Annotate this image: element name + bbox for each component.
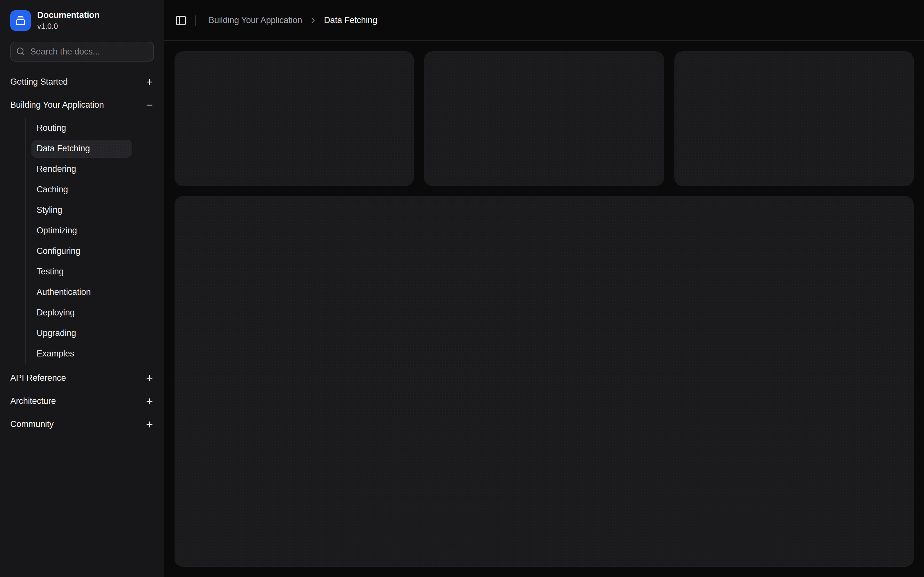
sidebar-link[interactable]: Upgrading — [31, 324, 132, 342]
search-box — [10, 42, 154, 61]
sidebar-link[interactable]: Testing — [31, 263, 132, 281]
sidebar-nav: Getting Started Building Your Applicatio… — [0, 61, 164, 577]
sidebar-section-architecture[interactable]: Architecture — [10, 391, 154, 412]
placeholder-card — [425, 51, 664, 186]
plus-icon — [145, 77, 154, 87]
sidebar-item-routing: Routing — [31, 118, 132, 139]
section-label: Getting Started — [10, 77, 68, 87]
sidebar-item-testing: Testing — [31, 261, 132, 282]
sidebar-link[interactable]: Optimizing — [31, 222, 132, 240]
search-input[interactable] — [10, 42, 154, 61]
placeholder-card — [674, 51, 914, 186]
sidebar-item-examples: Examples — [31, 343, 132, 364]
sidebar-toggle-button[interactable] — [172, 11, 190, 29]
sidebar-item-deploying: Deploying — [31, 303, 132, 323]
app-version: v1.0.0 — [37, 22, 99, 31]
sidebar-item-styling: Styling — [31, 200, 132, 221]
sidebar-link[interactable]: Examples — [31, 345, 132, 363]
sidebar-header: Documentation v1.0.0 — [0, 0, 164, 61]
placeholder-card-large — [174, 196, 914, 567]
sidebar-item-rendering: Rendering — [31, 159, 132, 179]
submenu-building-your-application: Routing Data Fetching Rendering Caching … — [25, 118, 132, 364]
placeholder-cards-row — [174, 51, 914, 186]
sidebar-section-community[interactable]: Community — [10, 414, 154, 435]
sidebar-item-configuring: Configuring — [31, 241, 132, 261]
sidebar-link[interactable]: Caching — [31, 181, 132, 199]
app-title: Documentation — [37, 10, 99, 21]
chevron-right-icon — [309, 16, 318, 25]
plus-icon — [145, 420, 154, 429]
header-divider — [195, 15, 196, 25]
minus-icon — [145, 101, 154, 110]
sidebar-item-data-fetching: Data Fetching — [31, 139, 132, 159]
page-content — [164, 41, 924, 577]
page-header: Building Your Application Data Fetching — [164, 0, 924, 41]
sidebar-item-upgrading: Upgrading — [31, 323, 132, 343]
plus-icon — [145, 374, 154, 383]
breadcrumb-link-building-your-application[interactable]: Building Your Application — [208, 15, 302, 25]
breadcrumb-current-page: Data Fetching — [324, 15, 377, 25]
sidebar-section-api-reference[interactable]: API Reference — [10, 368, 154, 388]
app-window: Documentation v1.0.0 Getting Started — [0, 0, 924, 577]
sidebar: Documentation v1.0.0 Getting Started — [0, 0, 164, 577]
sidebar-item-authentication: Authentication — [31, 282, 132, 303]
placeholder-card — [174, 51, 414, 186]
sidebar-link[interactable]: Rendering — [31, 160, 132, 178]
brand[interactable]: Documentation v1.0.0 — [10, 10, 154, 31]
plus-icon — [145, 397, 154, 406]
sidebar-link-active[interactable]: Data Fetching — [31, 140, 132, 158]
sidebar-link[interactable]: Authentication — [31, 284, 132, 301]
sidebar-section-getting-started[interactable]: Getting Started — [10, 72, 154, 92]
sidebar-link[interactable]: Configuring — [31, 242, 132, 260]
brand-text: Documentation v1.0.0 — [37, 10, 99, 31]
gallery-vertical-end-icon — [10, 11, 31, 31]
panel-left-icon — [175, 15, 187, 26]
section-label: Architecture — [10, 396, 56, 406]
sidebar-item-caching: Caching — [31, 179, 132, 200]
sidebar-link[interactable]: Deploying — [31, 304, 132, 322]
section-label: Community — [10, 420, 53, 429]
sidebar-link[interactable]: Routing — [31, 119, 132, 137]
breadcrumb: Building Your Application Data Fetching — [208, 15, 377, 25]
section-label: Building Your Application — [10, 100, 104, 110]
sidebar-link[interactable]: Styling — [31, 201, 132, 219]
main-area: Building Your Application Data Fetching — [164, 0, 924, 577]
sidebar-section-building-your-application[interactable]: Building Your Application — [10, 95, 154, 115]
sidebar-item-optimizing: Optimizing — [31, 221, 132, 241]
section-label: API Reference — [10, 374, 66, 383]
